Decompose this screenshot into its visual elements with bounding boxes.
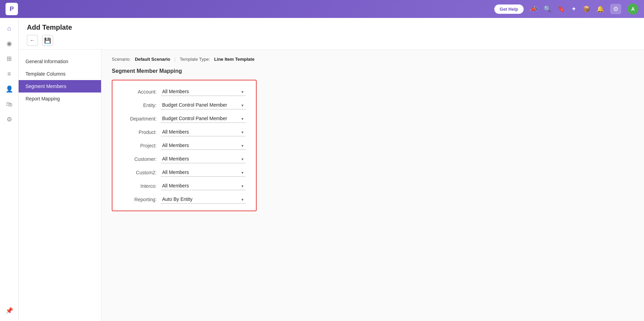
section-title: Segment Member Mapping bbox=[112, 68, 634, 74]
mapping-row-reporting: Reporting: All Members Auto By Entity Bu… bbox=[123, 195, 246, 204]
toolbar: ← 💾 bbox=[27, 35, 636, 49]
mapping-row-custom2: Custom2: All Members Budget Control Pane… bbox=[123, 168, 246, 177]
search-icon[interactable]: 🔍 bbox=[544, 5, 551, 13]
label-customer: Customer: bbox=[123, 156, 161, 162]
select-interco[interactable]: All Members Budget Control Panel Member bbox=[161, 182, 246, 190]
pin-icon[interactable]: 📌 bbox=[3, 304, 16, 317]
template-type-value: Line Item Template bbox=[214, 57, 255, 62]
nav-item-report-mapping[interactable]: Report Mapping bbox=[19, 93, 101, 105]
select-wrapper-custom2: All Members Budget Control Panel Member bbox=[161, 168, 246, 177]
nav-item-segment-members[interactable]: Segment Members bbox=[19, 80, 101, 93]
scenario-bar: Scenario: Default Scenario | Template Ty… bbox=[112, 57, 634, 62]
content-area: General Information Template Columns Seg… bbox=[19, 50, 644, 321]
select-project[interactable]: All Members Budget Control Panel Member bbox=[161, 141, 246, 150]
bag-icon[interactable]: 🛍 bbox=[3, 98, 16, 110]
select-wrapper-entity: All Members Budget Control Panel Member bbox=[161, 101, 246, 109]
mapping-row-customer: Customer: All Members Budget Control Pan… bbox=[123, 155, 246, 163]
page-header: Add Template ← 💾 bbox=[19, 18, 644, 50]
nav-item-general-information[interactable]: General Information bbox=[19, 55, 101, 68]
get-help-button[interactable]: Get Help bbox=[494, 4, 524, 14]
select-reporting[interactable]: All Members Auto By Entity Budget Contro… bbox=[161, 195, 246, 204]
top-nav-left: P bbox=[6, 3, 18, 15]
select-account[interactable]: All Members Budget Control Panel Member bbox=[161, 87, 246, 96]
label-entity: Entity: bbox=[123, 103, 161, 108]
label-project: Project: bbox=[123, 143, 161, 148]
mapping-row-interco: Interco: All Members Budget Control Pane… bbox=[123, 182, 246, 190]
select-entity[interactable]: All Members Budget Control Panel Member bbox=[161, 101, 246, 109]
app-logo[interactable]: P bbox=[6, 3, 18, 15]
left-sidebar: ⌂ ◉ ⊞ ≡ 👤 🛍 ⚙ 📌 bbox=[0, 18, 19, 321]
label-reporting: Reporting: bbox=[123, 197, 161, 202]
people-icon[interactable]: 👤 bbox=[3, 83, 16, 95]
select-wrapper-product: All Members Budget Control Panel Member bbox=[161, 128, 246, 136]
template-type-label: Template Type: bbox=[180, 57, 210, 62]
label-custom2: Custom2: bbox=[123, 170, 161, 175]
select-department[interactable]: All Members Budget Control Panel Member bbox=[161, 114, 246, 123]
bell-icon[interactable]: 🔔 bbox=[596, 5, 604, 13]
nav-item-template-columns[interactable]: Template Columns bbox=[19, 68, 101, 80]
top-navigation: P Get Help 📣 🔍 🔖 ✦ 📦 🔔 ⚙ A bbox=[0, 0, 644, 18]
analytics-icon[interactable]: ◉ bbox=[3, 37, 16, 50]
mapping-row-account: Account: All Members Budget Control Pane… bbox=[123, 87, 246, 96]
mapping-form: Account: All Members Budget Control Pane… bbox=[112, 80, 257, 211]
scenario-label: Scenario: bbox=[112, 57, 131, 62]
select-custom2[interactable]: All Members Budget Control Panel Member bbox=[161, 168, 246, 177]
select-wrapper-department: All Members Budget Control Panel Member bbox=[161, 114, 246, 123]
mapping-row-product: Product: All Members Budget Control Pane… bbox=[123, 128, 246, 136]
scenario-value: Default Scenario bbox=[135, 57, 170, 62]
top-nav-right: Get Help 📣 🔍 🔖 ✦ 📦 🔔 ⚙ A bbox=[494, 3, 638, 14]
label-interco: Interco: bbox=[123, 183, 161, 189]
announcement-icon[interactable]: 📣 bbox=[530, 5, 537, 13]
active-module-icon[interactable]: ⚙ bbox=[610, 4, 621, 14]
select-wrapper-project: All Members Budget Control Panel Member bbox=[161, 141, 246, 150]
dashboard-icon[interactable]: ⊞ bbox=[3, 52, 16, 65]
select-customer[interactable]: All Members Budget Control Panel Member bbox=[161, 155, 246, 163]
avatar[interactable]: A bbox=[627, 3, 638, 14]
scenario-divider: | bbox=[175, 57, 176, 62]
home-icon[interactable]: ⌂ bbox=[3, 22, 16, 35]
select-wrapper-customer: All Members Budget Control Panel Member bbox=[161, 155, 246, 163]
right-panel: Scenario: Default Scenario | Template Ty… bbox=[101, 50, 644, 321]
reports-icon[interactable]: ≡ bbox=[3, 68, 16, 80]
select-wrapper-interco: All Members Budget Control Panel Member bbox=[161, 182, 246, 190]
left-nav-panel: General Information Template Columns Seg… bbox=[19, 50, 101, 321]
bookmark-icon[interactable]: 🔖 bbox=[557, 5, 565, 13]
select-wrapper-reporting: All Members Auto By Entity Budget Contro… bbox=[161, 195, 246, 204]
mapping-row-entity: Entity: All Members Budget Control Panel… bbox=[123, 101, 246, 109]
label-product: Product: bbox=[123, 129, 161, 135]
label-department: Department: bbox=[123, 116, 161, 121]
compass-icon[interactable]: ✦ bbox=[571, 5, 576, 13]
page-title: Add Template bbox=[27, 23, 636, 31]
back-button[interactable]: ← bbox=[27, 35, 38, 46]
mapping-row-project: Project: All Members Budget Control Pane… bbox=[123, 141, 246, 150]
mapping-row-department: Department: All Members Budget Control P… bbox=[123, 114, 246, 123]
main-content: Add Template ← 💾 General Information Tem… bbox=[19, 18, 644, 321]
select-wrapper-account: All Members Budget Control Panel Member bbox=[161, 87, 246, 96]
label-account: Account: bbox=[123, 89, 161, 95]
settings-icon[interactable]: ⚙ bbox=[3, 113, 16, 126]
select-product[interactable]: All Members Budget Control Panel Member bbox=[161, 128, 246, 136]
save-button[interactable]: 💾 bbox=[42, 35, 53, 46]
box-icon[interactable]: 📦 bbox=[583, 5, 590, 13]
